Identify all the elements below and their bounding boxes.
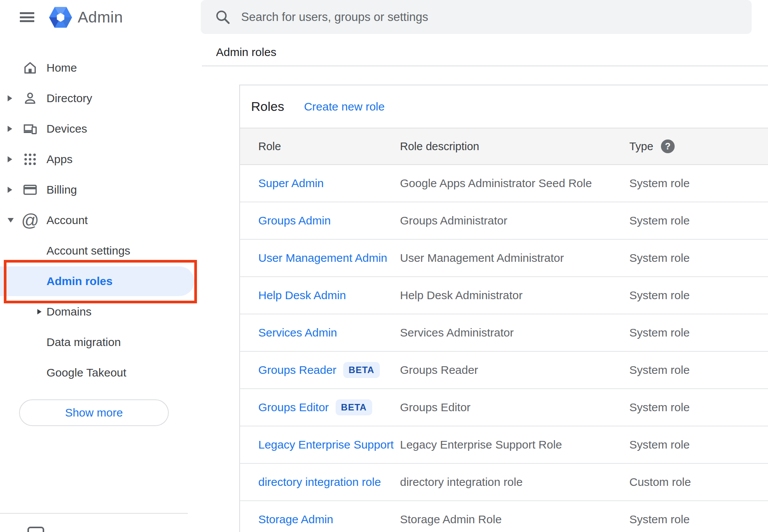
table-header-row: Role Role description Type ? — [240, 128, 768, 165]
help-icon[interactable]: ? — [661, 139, 675, 153]
sidebar-item-home[interactable]: Home — [0, 53, 202, 83]
role-type: Custom role — [629, 476, 768, 489]
role-cell: directory integration role — [258, 476, 400, 489]
sidebar-item-devices[interactable]: Devices — [0, 114, 202, 144]
role-cell: Services Admin — [258, 326, 400, 339]
table-row: Groups Admin Groups Administrator System… — [240, 202, 768, 240]
table-row: Legacy Enterprise Support Legacy Enterpr… — [240, 426, 768, 464]
admin-logo-icon — [49, 6, 72, 28]
sidebar-item-label: Apps — [46, 153, 72, 166]
column-header-type-label: Type — [629, 140, 653, 153]
sidebar-item-data-migration[interactable]: Data migration — [0, 327, 202, 357]
role-link[interactable]: Storage Admin — [258, 513, 333, 526]
chevron-right-icon[interactable] — [8, 156, 14, 162]
table-row: Services Admin Services Administrator Sy… — [240, 314, 768, 352]
sidebar-item-label: Directory — [46, 92, 92, 105]
column-header-description: Role description — [400, 140, 629, 153]
role-description: Google Apps Administrator Seed Role — [400, 177, 629, 190]
chevron-right-icon[interactable] — [8, 187, 14, 193]
clipped-bottom-icon — [27, 527, 44, 532]
role-link[interactable]: Help Desk Admin — [258, 289, 346, 302]
card-title: Roles — [251, 99, 284, 114]
billing-card-icon — [22, 182, 38, 197]
role-description: Services Administrator — [400, 326, 629, 339]
table-row: Super Admin Google Apps Administrator Se… — [240, 165, 768, 202]
table-row: Groups Editor BETA Groups Editor System … — [240, 389, 768, 426]
sidebar-item-label: Home — [46, 61, 77, 74]
search-bar[interactable] — [201, 0, 752, 34]
table-row: Help Desk Admin Help Desk Administrator … — [240, 277, 768, 314]
role-link[interactable]: Legacy Enterprise Support — [258, 438, 394, 451]
column-header-role: Role — [258, 140, 400, 153]
hamburger-menu-icon[interactable] — [20, 12, 34, 22]
beta-badge: BETA — [336, 399, 372, 415]
sidebar-item-label: Billing — [46, 183, 77, 196]
role-type: System role — [629, 401, 768, 414]
sidebar-item-apps[interactable]: Apps — [0, 144, 202, 175]
sidebar-item-domains[interactable]: Domains — [0, 296, 202, 327]
sidebar-item-directory[interactable]: Directory — [0, 83, 202, 114]
roles-table-body: Super Admin Google Apps Administrator Se… — [240, 165, 768, 532]
role-type: System role — [629, 177, 768, 190]
sidebar-item-label: Google Takeout — [46, 366, 126, 379]
breadcrumb: Admin roles — [216, 46, 276, 59]
role-description: Groups Reader — [400, 364, 629, 377]
column-header-type: Type ? — [629, 139, 768, 153]
role-link[interactable]: User Management Admin — [258, 252, 387, 264]
role-type: System role — [629, 214, 768, 227]
chevron-right-icon[interactable] — [8, 126, 14, 132]
role-link[interactable]: directory integration role — [258, 476, 381, 489]
role-type: System role — [629, 326, 768, 339]
sidebar-nav: Home Directory Devices — [0, 53, 202, 426]
sidebar-item-admin-roles[interactable]: Admin roles — [0, 266, 202, 296]
home-icon — [22, 60, 38, 75]
role-description: directory integration role — [400, 476, 629, 489]
create-new-role-link[interactable]: Create new role — [304, 100, 385, 113]
table-row: Groups Reader BETA Groups Reader System … — [240, 352, 768, 389]
role-link[interactable]: Services Admin — [258, 326, 337, 339]
role-cell: Storage Admin — [258, 513, 400, 526]
roles-card-header: Roles Create new role — [240, 85, 768, 128]
person-icon — [22, 91, 38, 106]
sidebar-item-account-settings[interactable]: Account settings — [0, 236, 202, 266]
role-link[interactable]: Super Admin — [258, 177, 324, 190]
table-row: Storage Admin Storage Admin Role System … — [240, 501, 768, 532]
role-type: System role — [629, 289, 768, 302]
role-cell: Groups Editor BETA — [258, 399, 400, 415]
role-link[interactable]: Groups Editor — [258, 401, 329, 414]
search-input[interactable] — [241, 10, 740, 24]
role-link[interactable]: Groups Admin — [258, 214, 331, 227]
header-divider — [202, 66, 768, 66]
role-cell: Super Admin — [258, 177, 400, 190]
show-more-button[interactable]: Show more — [19, 399, 169, 426]
table-row: User Management Admin User Management Ad… — [240, 240, 768, 277]
admin-console-page: Admin Home Directory — [0, 0, 768, 532]
role-cell: Help Desk Admin — [258, 289, 400, 302]
chevron-down-icon[interactable] — [8, 218, 14, 223]
sidebar-item-label: Admin roles — [46, 275, 112, 288]
role-description: Storage Admin Role — [400, 513, 629, 526]
role-cell: User Management Admin — [258, 252, 400, 264]
role-description: Groups Administrator — [400, 214, 629, 227]
sidebar-bottom-divider — [0, 513, 188, 514]
chevron-right-icon[interactable] — [37, 309, 46, 314]
devices-icon — [22, 121, 38, 136]
sidebar-item-account[interactable]: @ Account — [0, 205, 202, 236]
roles-card: Roles Create new role Role Role descript… — [239, 85, 768, 532]
sidebar-item-google-takeout[interactable]: Google Takeout — [0, 357, 202, 388]
role-cell: Groups Admin — [258, 214, 400, 227]
sidebar-item-label: Domains — [46, 305, 91, 318]
show-more-label: Show more — [65, 406, 123, 419]
role-link[interactable]: Groups Reader — [258, 364, 336, 377]
search-icon — [214, 9, 231, 26]
apps-grid-icon — [22, 152, 38, 167]
table-row: directory integration role directory int… — [240, 464, 768, 501]
at-sign-icon: @ — [22, 212, 38, 229]
chevron-right-icon[interactable] — [8, 95, 14, 101]
role-type: System role — [629, 438, 768, 451]
beta-badge: BETA — [343, 362, 380, 378]
role-type: System role — [629, 364, 768, 377]
sidebar-item-billing[interactable]: Billing — [0, 175, 202, 205]
role-description: Legacy Enterprise Support Role — [400, 438, 629, 451]
role-cell: Groups Reader BETA — [258, 362, 400, 378]
